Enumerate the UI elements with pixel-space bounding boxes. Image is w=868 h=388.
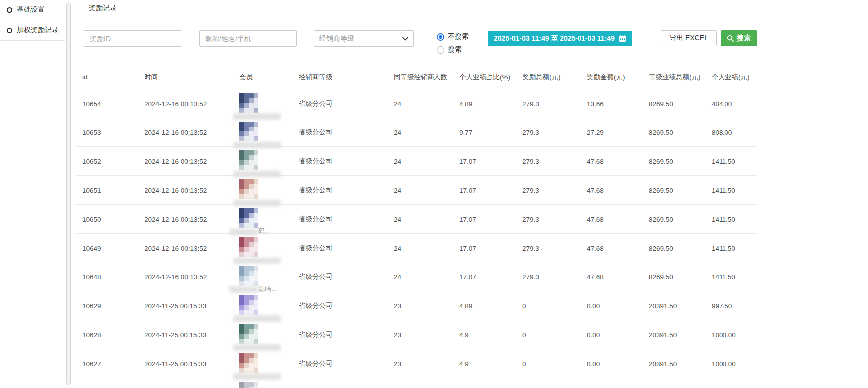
table-row: [76, 378, 757, 388]
member-avatar: [239, 150, 258, 170]
cell-level-total: 8269.50: [649, 129, 712, 136]
export-excel-button[interactable]: 导出 EXCEL: [661, 30, 717, 46]
cell-time: 2024-12-16 00:13:52: [145, 245, 239, 252]
radio-no-search-label: 不搜索: [448, 32, 469, 41]
page-title-row: 奖励记录: [75, 0, 868, 17]
sidebar: 基础设置 加权奖励记录: [0, 0, 65, 41]
cell-reward-total: 279.3: [522, 100, 587, 108]
date-range-button[interactable]: 2025-01-03 11:49 至 2025-01-03 11:49: [488, 31, 632, 46]
radio-unselected-icon: [437, 46, 444, 54]
chevron-down-icon: [402, 37, 408, 41]
table-row: 106512024-12-16 00:13:52省级分公司2417.07279.…: [76, 176, 757, 205]
cell-personal: 1411.50: [712, 158, 757, 165]
cell-reward-amount: 47.68: [587, 245, 649, 252]
cell-reward-amount: 13.66: [587, 100, 649, 108]
cell-reward-amount: 0.00: [587, 331, 649, 339]
member-avatar: [239, 382, 258, 388]
cell-dealer-level: 省级分公司: [299, 157, 394, 166]
page-title: 奖励记录: [89, 4, 117, 13]
cell-personal: 997.50: [712, 302, 757, 310]
column-header: 奖励总额(元): [522, 73, 587, 82]
dealer-level-select[interactable]: 经销商等级: [314, 30, 414, 47]
cell-time: 2024-12-16 00:13:52: [145, 100, 239, 108]
cell-time: 2024-11-25 00:15:33: [145, 360, 239, 368]
cell-peer-count: 24: [394, 245, 459, 252]
member-avatar: [239, 237, 258, 257]
column-header: 等级业绩总额(元): [649, 73, 712, 82]
column-header: 个人业绩占比(%): [459, 73, 522, 82]
cell-reward-total: 279.3: [522, 245, 587, 252]
cell-dealer-level: 省级分公司: [299, 99, 394, 108]
cell-personal-ratio: 9.77: [459, 129, 522, 136]
search-icon: [727, 35, 734, 42]
cell-reward-amount: 0.00: [587, 302, 649, 310]
cell-peer-count: 23: [394, 302, 459, 310]
cell-personal: 404.00: [712, 100, 757, 108]
dealer-level-select-value: 经销商等级: [319, 34, 354, 43]
scrollbar-thumb[interactable]: [66, 2, 71, 385]
cell-reward-total: 279.3: [522, 187, 587, 194]
cell-member: [239, 234, 299, 262]
cell-peer-count: 24: [394, 273, 459, 281]
column-header: 同等级经销商人数: [394, 73, 459, 82]
member-avatar: [239, 295, 258, 315]
reward-id-input[interactable]: [84, 30, 181, 47]
cell-level-total: 8269.50: [649, 273, 712, 281]
cell-personal-ratio: 17.07: [459, 245, 522, 252]
cell-reward-amount: 47.68: [587, 158, 649, 165]
member-avatar: [239, 266, 258, 286]
cell-reward-amount: 27.29: [587, 129, 649, 136]
sidebar-scrollbar[interactable]: [65, 0, 72, 388]
cell-level-total: 8269.50: [649, 158, 712, 165]
radio-search[interactable]: 搜索: [437, 45, 469, 54]
cell-member: [239, 378, 299, 388]
column-header: 时间: [145, 73, 239, 82]
cell-dealer-level: 省级分公司: [299, 128, 394, 137]
cell-time: 2024-12-16 00:13:52: [145, 216, 239, 223]
cell-id: 10627: [82, 360, 145, 368]
cell-id: 10650: [82, 216, 145, 223]
date-range-value: 2025-01-03 11:49 至 2025-01-03 11:49: [494, 34, 615, 43]
table-row: 106542024-12-16 00:13:52省级分公司244.89279.3…: [76, 89, 757, 118]
cell-id: 10629: [82, 302, 145, 310]
cell-reward-total: 0: [522, 302, 587, 310]
table-row: 106532024-12-16 00:13:52省级分公司249.77279.3…: [76, 118, 757, 147]
cell-level-total: 20391.50: [649, 331, 712, 339]
cell-personal: 1411.50: [712, 216, 757, 223]
cell-time: 2024-12-16 00:13:52: [145, 158, 239, 165]
cell-peer-count: 24: [394, 216, 459, 223]
cell-member: [239, 89, 299, 118]
cell-dealer-level: 省级分公司: [299, 272, 394, 281]
cell-level-total: 8269.50: [649, 216, 712, 223]
cell-dealer-level: 省级分公司: [299, 186, 394, 195]
sidebar-item-basic-settings[interactable]: 基础设置: [0, 0, 65, 20]
cell-time: 2024-11-25 00:15:33: [145, 302, 239, 310]
sidebar-item-weighted-reward-records[interactable]: 加权奖励记录: [0, 20, 65, 41]
cell-id: 10654: [82, 100, 145, 108]
table-row: 106522024-12-16 00:13:52省级分公司2417.07279.…: [76, 147, 757, 176]
column-header: 会员: [239, 73, 299, 82]
search-button[interactable]: 搜索: [721, 30, 757, 46]
cell-time: 2024-12-16 00:13:52: [145, 187, 239, 194]
radio-no-search[interactable]: 不搜索: [437, 32, 469, 41]
table-header: id时间会员经销商等级同等级经销商人数个人业绩占比(%)奖励总额(元)奖励金额(…: [76, 65, 757, 89]
cell-reward-amount: 47.68: [587, 273, 649, 281]
radio-selected-icon: [437, 33, 444, 41]
cell-member: 源码...: [239, 262, 299, 291]
cell-id: 10648: [82, 273, 145, 281]
cell-personal-ratio: 17.07: [459, 273, 522, 281]
cell-level-total: 20391.50: [649, 302, 712, 310]
cell-reward-amount: 0.00: [587, 360, 649, 368]
column-header: 经销商等级: [299, 73, 394, 82]
table-row: 106292024-11-25 00:15:33省级分公司234.8900.00…: [76, 291, 757, 320]
sidebar-item-label: 加权奖励记录: [17, 26, 59, 35]
cell-peer-count: 23: [394, 360, 459, 368]
cell-id: 10653: [82, 129, 145, 136]
reward-table: id时间会员经销商等级同等级经销商人数个人业绩占比(%)奖励总额(元)奖励金额(…: [76, 65, 757, 388]
table-row: 106272024-11-25 00:15:33省级分公司234.900.002…: [76, 349, 757, 378]
table-row: 106282024-11-25 00:15:33省级分公司234.900.002…: [76, 320, 757, 349]
cell-time: 2024-11-25 00:15:33: [145, 331, 239, 339]
nickname-input[interactable]: [199, 30, 297, 47]
cell-reward-total: 279.3: [522, 273, 587, 281]
cell-peer-count: 24: [394, 158, 459, 165]
